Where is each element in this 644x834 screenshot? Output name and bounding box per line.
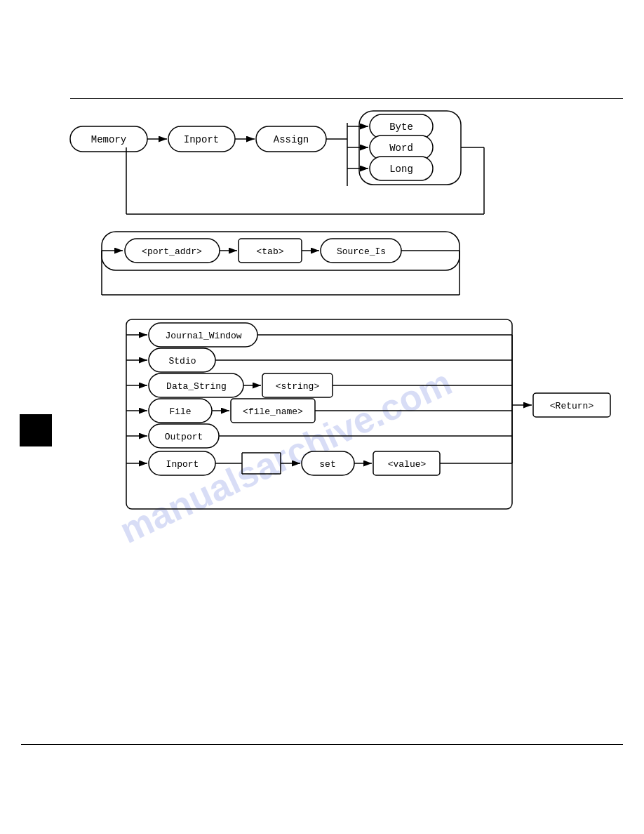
port-addr-label: <port_addr> [142,246,202,257]
assign-label: Assign [274,134,309,145]
memory-label: Memory [91,134,126,145]
top-rule [70,98,623,99]
file-name-label: <file_name> [243,406,303,417]
bottom-rule [21,744,623,745]
page: manualsarchive.com Memory Inport Assign … [0,0,644,834]
black-square [20,414,52,446]
string-label: <string> [276,381,320,392]
outport-label: Outport [165,432,203,442]
return-label: <Return> [550,401,594,411]
journal-window-label: Journal_Window [165,331,241,341]
set-label: set [319,459,335,470]
tab-label: <tab> [256,246,283,257]
diagram-svg: Memory Inport Assign Byte Word Long [56,109,624,544]
byte-label: Byte [389,121,413,133]
value-label: <value> [388,459,427,470]
long-label: Long [389,164,413,175]
file-label: File [169,406,191,417]
word-label: Word [389,143,413,154]
inport1-label: Inport [184,134,219,145]
stdio-label: Stdio [168,356,196,366]
source-ls-label: Source_Is [337,246,386,257]
inport2-label: Inport [166,459,199,470]
data-string-label: Data_String [166,381,227,392]
